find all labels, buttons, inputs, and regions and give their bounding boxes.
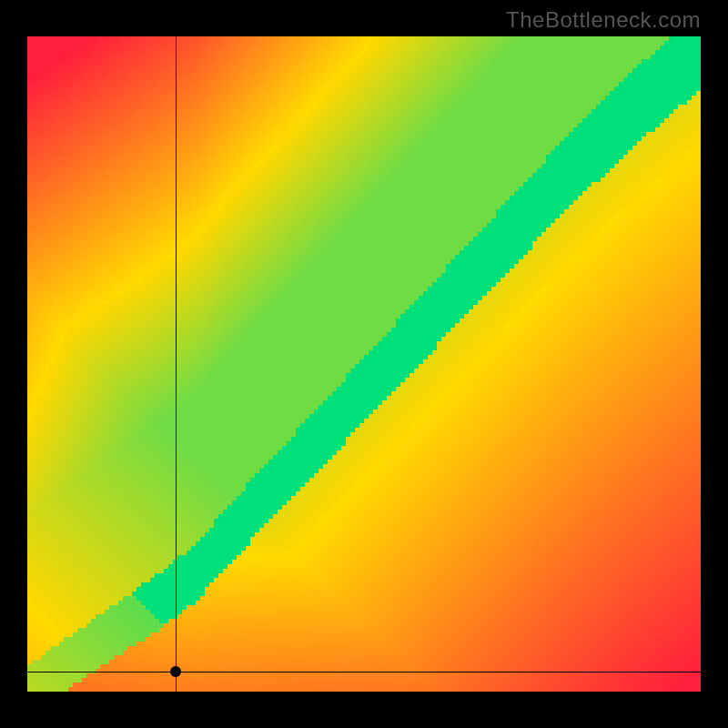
- selection-marker-dot: [170, 666, 181, 677]
- crosshair-vertical: [176, 36, 177, 692]
- heatmap-canvas: [27, 36, 701, 692]
- heatmap-plot: [27, 36, 701, 692]
- chart-frame: TheBottleneck.com: [0, 0, 728, 728]
- crosshair-horizontal: [27, 672, 701, 672]
- watermark-text: TheBottleneck.com: [506, 7, 701, 33]
